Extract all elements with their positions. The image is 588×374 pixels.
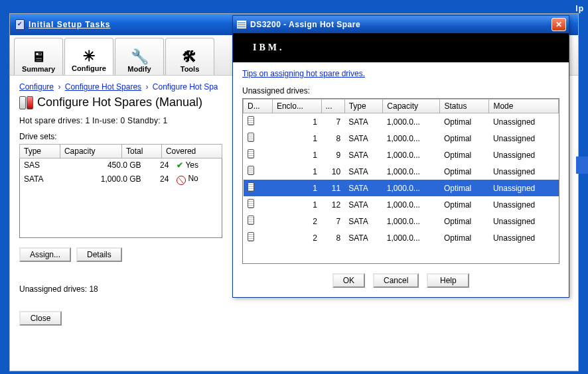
cell: 10 [321,163,344,180]
column-header[interactable]: D... [244,99,273,113]
unassigned-label: Unassigned drives: [242,86,559,95]
cell: 7 [321,213,344,229]
drive-icon [248,182,254,192]
cell: 1,000.0... [383,213,440,229]
drive-icon-cell [244,213,273,229]
cell: SATA [344,163,383,180]
cell: Optimal [440,113,489,131]
close-icon: ✕ [555,20,563,29]
unassigned-drive-row[interactable]: 17SATA1,000.0...OptimalUnassigned [244,113,559,131]
cell: 2 [272,213,321,229]
cell: SATA [344,229,383,246]
help-stub: lp [575,4,584,13]
cell: 11 [321,180,344,196]
covered-text: No [188,174,198,183]
cell: Unassigned [489,196,559,213]
drive-icon [248,116,254,125]
cell: 1 [272,180,321,196]
covered-cell: ＼No [173,172,222,186]
column-header[interactable]: ... [321,99,344,113]
tools-icon: 🛠 [183,49,197,65]
unassigned-drive-row[interactable]: 112SATA1,000.0...OptimalUnassigned [244,196,559,213]
cell: 1,000.0... [383,180,440,196]
breadcrumb-configure[interactable]: Configure [19,82,54,92]
tips-link[interactable]: Tips on assigning hot spare drives. [242,69,365,78]
drive-set-row[interactable]: SATA1,000.0 GB24＼No [20,172,222,186]
drive-icon-cell [244,163,273,180]
cell: 24 [145,158,173,172]
column-header[interactable]: Total [122,145,162,158]
clipboard-icon [15,19,25,30]
main-title-link[interactable]: Initial Setup Tasks [29,20,110,29]
tab-label: Tools [181,65,200,73]
drives-pair-icon [19,96,33,109]
tab-configure[interactable]: ✳Configure [64,38,113,75]
unassigned-drive-row[interactable]: 110SATA1,000.0...OptimalUnassigned [244,163,559,180]
chevron-right-icon: › [145,82,148,92]
covered-text: Yes [185,160,198,170]
breadcrumb-last: Configure Hot Spa [153,82,218,92]
drive-icon [248,133,254,142]
drive-set-row[interactable]: SAS450.0 GB24✔Yes [20,158,222,172]
dialog-close-button[interactable]: ✕ [551,18,566,31]
tab-summary[interactable]: 🖥Summary [14,38,63,75]
cell: Unassigned [489,229,559,246]
unassigned-drive-row[interactable]: 27SATA1,000.0...OptimalUnassigned [244,213,559,229]
tab-modify[interactable]: 🔧Modify [115,38,164,75]
column-header[interactable]: Mode [489,99,559,113]
assign-button[interactable]: Assign... [19,247,71,262]
dialog-body: Tips on assigning hot spare drives. Unas… [233,62,569,297]
cancel-button[interactable]: Cancel [373,273,419,288]
drive-icon [248,216,254,225]
tab-label: Modify [127,65,151,73]
cell: SATA [344,196,383,213]
column-header[interactable]: Capacity [383,99,440,113]
tab-tools[interactable]: 🛠Tools [165,38,214,75]
close-button[interactable]: Close [19,311,62,326]
check-icon: ✔ [177,160,183,170]
drive-icon [248,199,254,208]
cell: 7 [321,113,344,131]
cell: Unassigned [489,163,559,180]
unassigned-drives-table[interactable]: D...Enclo......TypeCapacityStatusMode 17… [242,98,559,264]
cell: Optimal [440,229,489,246]
cell: SAS [20,158,66,172]
cell: 1 [272,163,321,180]
column-header[interactable]: Covered [161,145,222,158]
unassigned-drive-row[interactable]: 19SATA1,000.0...OptimalUnassigned [244,147,559,163]
drive-sets-table[interactable]: TypeCapacityTotalCovered [19,144,222,158]
unassigned-drive-row[interactable]: 28SATA1,000.0...OptimalUnassigned [244,229,559,246]
dialog-titlebar[interactable]: DS3200 - Assign Hot Spare ✕ [233,16,569,33]
cell: 1 [272,196,321,213]
assign-hot-spare-dialog: DS3200 - Assign Hot Spare ✕ IBM. Tips on… [232,15,569,298]
chevron-right-icon: › [58,82,60,92]
drive-icon-cell [244,147,273,163]
drive-icon-cell [244,196,273,213]
cell: 1 [272,147,321,163]
cell: Optimal [440,196,489,213]
drive-icon-cell [244,229,273,246]
drive-icon [248,232,254,241]
column-header[interactable]: Capacity [60,145,121,158]
column-header[interactable]: Type [344,99,383,113]
cell: 8 [321,229,344,246]
cell: 8 [321,130,344,147]
cell: 1,000.0... [383,196,440,213]
page-title: Configure Hot Spares (Manual) [37,95,202,109]
column-header[interactable]: Status [440,99,489,113]
breadcrumb-hot-spares[interactable]: Configure Hot Spares [65,82,141,92]
ok-button[interactable]: OK [332,273,365,288]
cell: 24 [145,172,173,186]
help-button[interactable]: Help [427,273,469,288]
cell: 1,000.0... [383,163,440,180]
unassigned-drive-row[interactable]: 111SATA1,000.0...OptimalUnassigned [244,180,559,196]
cell: 1 [272,113,321,131]
details-button[interactable]: Details [76,247,122,262]
cell: SATA [344,147,383,163]
column-header[interactable]: Type [20,145,60,158]
unassigned-drive-row[interactable]: 18SATA1,000.0...OptimalUnassigned [244,130,559,147]
column-header[interactable]: Enclo... [272,99,321,113]
drive-icon-cell [244,180,273,196]
drive-icon [248,166,254,175]
dialog-buttons: OK Cancel Help [242,273,559,288]
